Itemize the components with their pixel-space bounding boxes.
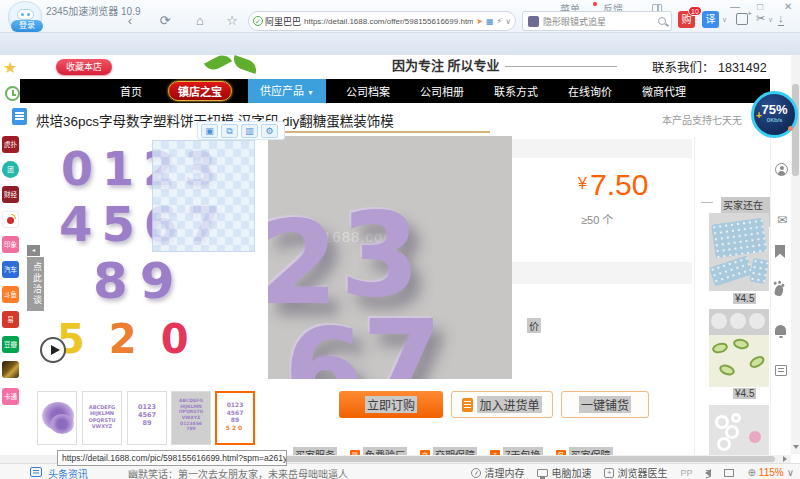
address-caret-icon[interactable]: ∨ <box>505 17 511 26</box>
nav-wechat-agent[interactable]: 微商代理 <box>642 83 686 99</box>
extensions-icon[interactable] <box>736 13 748 25</box>
qr-code-icon[interactable]: ▦ <box>486 17 494 26</box>
thumbnail-numbers[interactable]: 0123 4567 89 <box>127 391 167 445</box>
speaker-icon[interactable] <box>705 469 711 477</box>
rail-cartoon-icon[interactable]: 卡通 <box>2 388 19 405</box>
save-image-icon[interactable]: ▣ <box>201 124 218 138</box>
close-button[interactable]: ✕ <box>784 1 792 12</box>
favorites-star-icon[interactable]: ★ <box>3 58 17 77</box>
thumbnail-full-set[interactable]: ABCDEFG HIJKLMN OPQRSTU VWXYZ 0123456 78… <box>171 391 211 445</box>
statusbar-tools: 清理内存 电脑加速 +浏览器医生 PP ⊕115%∨ <box>471 465 794 479</box>
browser-doctor-button[interactable]: +浏览器医生 <box>604 465 667 479</box>
news-panel-icon[interactable] <box>775 365 787 376</box>
nav-contact[interactable]: 联系方式 <box>494 83 538 99</box>
avatar-face-icon <box>17 9 34 20</box>
minimize-button[interactable]: — <box>730 1 740 12</box>
refresh-icon[interactable]: ⟳ <box>155 13 175 28</box>
speed-ball[interactable]: 75% 0Kb/s + <box>751 91 798 138</box>
flash-icon[interactable]: ⚡ <box>497 17 503 26</box>
support-note: 本产品支持七天无 <box>662 112 742 127</box>
url-text[interactable]: https://detail.1688.com/offer/5981556166… <box>304 17 473 26</box>
product-main-image[interactable]: 0123 4567 89 520 <box>35 140 255 360</box>
rail-game-icon[interactable] <box>2 361 19 378</box>
rail-netease-icon[interactable]: 易 <box>2 311 19 328</box>
nav-company-album[interactable]: 公司相册 <box>420 83 464 99</box>
translate-button[interactable]: 译 <box>702 11 719 28</box>
search-icon[interactable] <box>658 17 666 25</box>
shop-logo-leaf-icon <box>231 55 259 74</box>
scroll-right-arrow[interactable] <box>783 456 789 462</box>
partial-text: 价 <box>527 318 541 333</box>
news-feed-link[interactable]: 头条资讯 <box>48 466 88 479</box>
history-clock-icon[interactable] <box>5 86 20 101</box>
rail-douban-icon[interactable]: 豆瓣 <box>2 336 19 353</box>
maximize-button[interactable]: □ <box>757 1 763 12</box>
price-symbol: ¥ <box>578 175 587 193</box>
nav-products[interactable]: 供应产品 ▼ <box>248 79 326 103</box>
qr-share-icon[interactable]: ▥ <box>241 124 258 138</box>
also-viewing-sidebar: 买家还在看 ¥4.5 ¥4.5 <box>694 137 771 479</box>
menu-notification-dot <box>593 2 597 6</box>
scroll-down-arrow[interactable] <box>791 440 800 454</box>
related-product-image[interactable] <box>709 309 769 387</box>
header-divider <box>505 66 617 67</box>
footprint-icon[interactable] <box>774 284 785 297</box>
rocket-icon[interactable]: ➤ <box>476 17 483 26</box>
news-headline[interactable]: 幽默笑话：第一次去女朋友家，未来岳母咄咄逼人 <box>128 466 348 479</box>
pc-speedup-button[interactable]: 电脑加速 <box>537 465 591 479</box>
zoom-control[interactable]: ⊕115%∨ <box>747 467 794 478</box>
copy-image-icon[interactable]: ⧉ <box>221 124 238 138</box>
nav-home[interactable]: 首页 <box>120 83 142 99</box>
related-product-image[interactable] <box>709 213 769 291</box>
pip-label[interactable]: PP <box>680 468 692 478</box>
bookmark-icon[interactable] <box>775 245 785 258</box>
rail-tuan-icon[interactable]: 团 <box>2 161 19 178</box>
favorite-shop-button[interactable]: 收藏本店 <box>56 59 112 75</box>
scissors-caret-icon[interactable]: ∨ <box>768 16 773 24</box>
document-icon <box>12 108 27 125</box>
zoom-caret-icon: ∨ <box>787 467 794 478</box>
search-box[interactable]: 隐形眼镜式追星 <box>522 11 672 31</box>
video-play-button[interactable] <box>40 337 66 363</box>
order-now-button[interactable]: 立即订购 <box>339 391 443 418</box>
clean-memory-button[interactable]: 清理内存 <box>471 465 524 479</box>
message-envelope-icon[interactable]: ✉ <box>775 213 789 227</box>
add-to-purchase-list-button[interactable]: 加入进货单 <box>451 391 553 418</box>
rail-finance-icon[interactable]: 财经 <box>2 186 19 203</box>
vertical-scrollbar-thumb[interactable] <box>792 84 799 176</box>
back-icon[interactable]: ‹ <box>120 13 140 28</box>
negotiate-label[interactable]: 点此洽谈 <box>27 257 44 311</box>
rail-hupu-icon[interactable]: 虎扑 <box>2 136 19 153</box>
zoom-lens-overlay[interactable] <box>152 140 255 252</box>
thumbnail-letters[interactable]: ABCDEFG HIJKLMN OPQRSTU VWXYZ <box>82 391 122 445</box>
translate-caret-icon[interactable]: ∨ <box>722 16 727 24</box>
price-value: 7.50 <box>590 168 648 202</box>
dash <box>701 202 713 203</box>
window-mode-icon[interactable] <box>724 469 734 477</box>
nav-company-profile[interactable]: 公司档案 <box>346 83 390 99</box>
rail-yinxiang-icon[interactable]: 印象 <box>2 236 19 253</box>
screenshot-scissors-icon[interactable]: ✂ <box>756 12 765 25</box>
negotiate-tab[interactable]: ◂ 点此洽谈 <box>27 245 44 311</box>
rail-auto-icon[interactable]: 汽车 <box>2 261 19 278</box>
settings-gear-icon[interactable]: ⚙ <box>261 124 278 138</box>
profile-icon[interactable] <box>775 163 788 176</box>
thumbnail-selected[interactable]: 0123 4567 89 520 <box>215 391 255 445</box>
collapse-arrow-icon[interactable]: ◂ <box>27 245 40 256</box>
one-key-distribute-button[interactable]: 一键铺货 <box>561 391 649 418</box>
rail-douyu-icon[interactable]: 斗鱼 <box>2 286 19 303</box>
related-price: ¥4.5 <box>733 388 756 399</box>
link-url-tooltip: https://detail.1688.com/pic/598155616699… <box>57 450 287 466</box>
bell-icon[interactable] <box>775 325 786 335</box>
login-button[interactable]: 登录 <box>11 20 43 32</box>
shop-navbar: 首页 镇店之宝 供应产品 ▼ 公司档案 公司相册 联系方式 在线询价 微商代理 <box>20 79 770 103</box>
address-bar[interactable]: ✓ 阿里巴巴 https://detail.1688.com/offer/598… <box>248 11 516 31</box>
search-input[interactable]: 隐形眼镜式追星 <box>543 15 658 28</box>
nav-best-seller[interactable]: 镇店之宝 <box>168 81 232 101</box>
home-icon[interactable]: ⌂ <box>190 13 210 28</box>
thumbnail-pile[interactable] <box>37 391 77 445</box>
download-icon[interactable]: ↓ <box>778 12 784 26</box>
nav-inquiry[interactable]: 在线询价 <box>568 83 612 99</box>
rail-weibo-icon[interactable] <box>2 211 19 228</box>
bookmark-star-icon[interactable]: ☆ <box>222 13 242 28</box>
